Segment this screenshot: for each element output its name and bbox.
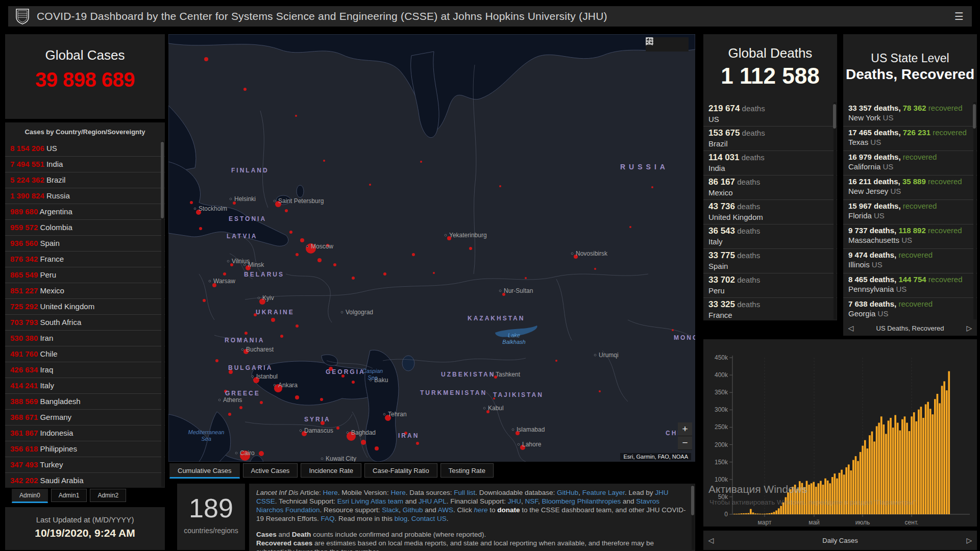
map-tab-testing-rate[interactable]: Testing Rate: [440, 463, 494, 478]
case-marker[interactable]: [336, 427, 339, 430]
footer-link[interactable]: Here: [323, 489, 338, 496]
state-row[interactable]: 9 737 deaths, 118 892 recoveredMassachus…: [843, 224, 977, 249]
footer-link[interactable]: GitHub: [557, 489, 578, 496]
cases-row[interactable]: 989 680 Argentina: [5, 204, 165, 220]
case-marker[interactable]: [352, 277, 355, 280]
cases-row[interactable]: 426 634 Iraq: [5, 362, 165, 378]
cases-row[interactable]: 491 760 Chile: [5, 346, 165, 362]
case-marker[interactable]: [296, 253, 299, 256]
case-marker[interactable]: [228, 413, 231, 416]
footer-link[interactable]: Here: [390, 489, 405, 496]
case-marker[interactable]: [300, 238, 304, 242]
case-marker[interactable]: [295, 395, 299, 399]
case-marker[interactable]: [333, 263, 336, 266]
footer-link[interactable]: NSF: [525, 497, 538, 505]
footer-link[interactable]: Feature Layer: [582, 489, 625, 496]
map-tab-active-cases[interactable]: Active Cases: [243, 463, 298, 478]
cases-row[interactable]: 368 671 Germany: [5, 410, 165, 425]
state-row[interactable]: 9 474 deaths, recoveredIllinois US: [843, 249, 977, 273]
case-marker[interactable]: [323, 160, 325, 162]
state-row[interactable]: 33 357 deaths, 78 362 recoveredNew York …: [843, 102, 977, 127]
case-marker[interactable]: [260, 401, 263, 404]
cases-row[interactable]: 865 549 Peru: [5, 267, 165, 283]
basemap-icon[interactable]: [674, 37, 689, 52]
case-marker[interactable]: [369, 184, 371, 186]
footer-link[interactable]: Bloomberg Philanthropies: [542, 497, 621, 505]
cases-row[interactable]: 851 227 Mexico: [5, 283, 165, 299]
state-row[interactable]: 15 967 deaths, recoveredFlorida US: [843, 200, 977, 224]
deaths-row[interactable]: 33 325 deathsFrance: [703, 298, 837, 320]
case-marker[interactable]: [383, 272, 386, 276]
map-tab-case-fatality-ratio[interactable]: Case-Fatality Ratio: [364, 463, 437, 478]
case-marker[interactable]: [594, 268, 596, 270]
state-row[interactable]: 16 211 deaths, 35 889 recoveredNew Jerse…: [843, 176, 977, 200]
map-tab-cumulative-cases[interactable]: Cumulative Cases: [169, 463, 240, 479]
hamburger-menu-icon[interactable]: ☰: [954, 10, 964, 22]
admin-tab-admin1[interactable]: Admin1: [51, 489, 87, 502]
case-marker[interactable]: [280, 335, 283, 338]
cases-scrollbar-thumb[interactable]: [161, 142, 164, 218]
case-marker[interactable]: [203, 299, 206, 302]
footer-link[interactable]: JHU: [508, 497, 521, 505]
case-marker[interactable]: [672, 329, 674, 331]
case-marker[interactable]: [525, 277, 527, 279]
case-marker[interactable]: [412, 253, 415, 256]
map-tab-incidence-rate[interactable]: Incidence Rate: [301, 463, 361, 478]
cases-row[interactable]: 1 390 824 Russia: [5, 188, 165, 204]
footer-link[interactable]: Esri Living Atlas team: [337, 497, 403, 505]
case-marker[interactable]: [239, 406, 242, 409]
zoom-out-button[interactable]: −: [678, 436, 692, 450]
state-row[interactable]: 7 638 deaths, recoveredGeorgia US: [843, 298, 977, 320]
cases-row[interactable]: 530 380 Iran: [5, 331, 165, 346]
case-marker[interactable]: [433, 272, 435, 274]
footer-link[interactable]: Full list: [454, 489, 475, 496]
case-marker[interactable]: [271, 318, 275, 322]
admin-tab-admin0[interactable]: Admin0: [12, 489, 48, 503]
cases-row[interactable]: 959 572 Colombia: [5, 220, 165, 236]
world-map[interactable]: HelsinkiSaint PetersburgStockholmMoscowY…: [168, 34, 695, 462]
footer-link[interactable]: AWS: [438, 506, 453, 514]
case-marker[interactable]: [199, 227, 202, 230]
state-row[interactable]: 17 465 deaths, 726 231 recoveredTexas US: [843, 127, 977, 151]
cases-row[interactable]: 725 292 United Kingdom: [5, 299, 165, 315]
cases-row[interactable]: 7 494 551 India: [5, 157, 165, 172]
deaths-row[interactable]: 219 674 deathsUS: [703, 102, 837, 127]
cases-row[interactable]: 8 154 206 US: [5, 141, 165, 157]
footer-scrollbar-thumb[interactable]: [691, 486, 694, 515]
pager-prev-icon[interactable]: ◁: [843, 324, 859, 332]
case-marker[interactable]: [190, 201, 193, 204]
case-marker[interactable]: [420, 161, 422, 163]
case-marker[interactable]: [375, 446, 379, 450]
deaths-row[interactable]: 36 543 deathsItaly: [703, 224, 837, 249]
deaths-row[interactable]: 86 167 deathsMexico: [703, 176, 837, 200]
case-marker[interactable]: [243, 88, 247, 91]
deaths-row[interactable]: 114 031 deathsIndia: [703, 151, 837, 176]
case-marker[interactable]: [317, 258, 322, 262]
cases-row[interactable]: 347 493 Turkey: [5, 457, 165, 473]
footer-link[interactable]: here: [474, 506, 487, 514]
case-marker[interactable]: [361, 440, 366, 445]
cases-row[interactable]: 876 342 France: [5, 252, 165, 267]
case-marker[interactable]: [651, 186, 653, 188]
cases-row[interactable]: 342 202 Saudi Arabia: [5, 473, 165, 488]
footer-link[interactable]: blog: [395, 515, 408, 522]
footer-link[interactable]: FAQ: [321, 515, 335, 522]
cases-row[interactable]: 361 867 Indonesia: [5, 425, 165, 441]
case-marker[interactable]: [629, 226, 631, 228]
state-row[interactable]: 16 979 deaths, recoveredCalifornia US: [843, 151, 977, 176]
case-marker[interactable]: [416, 442, 419, 445]
case-marker[interactable]: [320, 398, 323, 401]
legend-icon[interactable]: [660, 37, 674, 52]
zoom-in-button[interactable]: +: [678, 422, 692, 436]
case-marker[interactable]: [259, 451, 264, 456]
case-marker[interactable]: [215, 359, 218, 362]
cases-row[interactable]: 388 569 Bangladesh: [5, 394, 165, 410]
deaths-row[interactable]: 43 736 deathsUnited Kingdom: [703, 200, 837, 224]
deaths-scrollbar-thumb[interactable]: [833, 104, 836, 129]
cases-row[interactable]: 703 793 South Africa: [5, 315, 165, 331]
footer-link[interactable]: JHU APL: [419, 497, 447, 505]
footer-link[interactable]: Github: [403, 506, 423, 514]
pager-next-icon[interactable]: ▷: [962, 324, 977, 332]
deaths-row[interactable]: 33 702 deathsPeru: [703, 273, 837, 298]
admin-tab-admin2[interactable]: Admin2: [90, 489, 126, 502]
